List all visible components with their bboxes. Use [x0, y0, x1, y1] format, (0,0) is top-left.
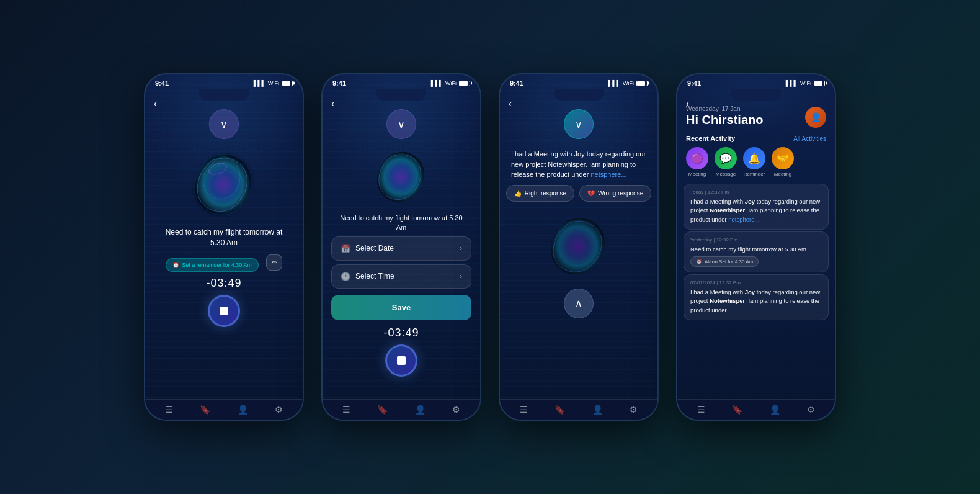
ai-orb-1 — [184, 143, 264, 223]
nav-user-icon-1[interactable]: 👤 — [238, 405, 248, 415]
chevron-down-button-3[interactable]: ∨ — [564, 109, 594, 139]
activity-card-1: Today | 12:32 Pm I had a Meeting with Jo… — [684, 184, 829, 230]
nav-settings-icon-1[interactable]: ⚙ — [275, 405, 283, 415]
activity-icon-meeting-1[interactable]: 🟣 Meeting — [686, 147, 708, 177]
meeting-icon-1: 🟣 — [686, 147, 708, 169]
battery-icon-2 — [459, 81, 470, 86]
activity-text-2: Need to catch my flight tomorrow at 5.30… — [690, 245, 822, 254]
bold-joy-4: Joy — [745, 198, 755, 205]
time-icon: 🕐 — [341, 272, 350, 281]
stop-btn-container-2 — [323, 344, 480, 377]
nav-settings-icon-3[interactable]: ⚙ — [630, 405, 638, 415]
select-date-chevron-icon: › — [460, 244, 462, 253]
signal-icon-4: ▌▌▌ — [786, 80, 798, 86]
battery-icon-1 — [282, 81, 293, 86]
stop-icon-1 — [220, 307, 228, 315]
edit-icon-1: ✏ — [272, 259, 277, 266]
activity-text-1: I had a Meeting with Joy today regarding… — [690, 197, 822, 224]
nav-list-icon-4[interactable]: ☰ — [697, 405, 705, 415]
battery-icon-4 — [814, 81, 825, 86]
thumbs-up-icon: 👍 — [514, 190, 522, 197]
bottom-nav-4: ☰ 🔖 👤 ⚙ — [677, 399, 835, 420]
back-button-2[interactable]: ‹ — [331, 98, 334, 109]
time-2: 9:41 — [332, 79, 346, 87]
activity-text-3: I had a Meeting with Joy today regarding… — [690, 288, 822, 315]
reminder-icon: 🔔 — [743, 147, 765, 169]
wrong-response-button[interactable]: 💔 Wrong response — [579, 185, 651, 202]
chevron-up-icon-3: ∧ — [575, 297, 582, 309]
nav-user-icon-3[interactable]: 👤 — [592, 405, 603, 415]
ai-orb-3 — [541, 208, 616, 282]
select-date-card[interactable]: 📅 Select Date › — [331, 236, 471, 261]
alarm-icon: ⏰ — [696, 259, 702, 264]
nav-list-icon-2[interactable]: ☰ — [342, 405, 350, 415]
dashboard-date: Wednesday, 17 Jan — [686, 106, 826, 112]
status-bar-3: 9:41 ▌▌▌ WiFi — [500, 74, 657, 89]
chevron-down-button-1[interactable]: ∨ — [209, 109, 239, 139]
recent-activity-label: Recent Activity — [686, 135, 735, 142]
meeting-label-1: Meeting — [688, 171, 706, 177]
nav-bookmark-icon-3[interactable]: 🔖 — [555, 405, 565, 415]
status-icons-2: ▌▌▌ WiFi — [431, 80, 470, 86]
select-date-label: Select Date — [355, 244, 394, 253]
edit-button-1[interactable]: ✏ — [266, 254, 282, 271]
bold-joy-5: Joy — [745, 289, 755, 295]
activity-icon-meeting-2[interactable]: 🤝 Meeting — [772, 147, 794, 177]
calendar-icon: 📅 — [341, 244, 350, 253]
bottom-nav-1: ☰ 🔖 👤 ⚙ — [145, 399, 303, 420]
time-1: 9:41 — [155, 79, 169, 87]
activity-icon-message[interactable]: 💬 Message — [715, 147, 737, 177]
wifi-icon-4: WiFi — [800, 80, 811, 86]
select-date-left: 📅 Select Date — [341, 244, 394, 253]
stop-icon-2 — [397, 356, 406, 365]
nav-list-icon-3[interactable]: ☰ — [520, 405, 528, 415]
back-button-3[interactable]: ‹ — [509, 98, 512, 109]
message-label: Message — [716, 171, 736, 177]
avatar: 👤 — [805, 107, 826, 128]
nav-settings-icon-2[interactable]: ⚙ — [452, 405, 460, 415]
nav-bookmark-icon-4[interactable]: 🔖 — [732, 405, 742, 415]
nav-user-icon-4[interactable]: 👤 — [770, 405, 780, 415]
chevron-down-icon-1: ∨ — [220, 119, 228, 130]
select-time-card[interactable]: 🕐 Select Time › — [331, 264, 471, 289]
back-button-1[interactable]: ‹ — [154, 98, 157, 109]
set-reminder-button-1[interactable]: ⏰ Set a remainder for 4.30 Am — [166, 258, 259, 272]
wifi-icon-2: WiFi — [445, 80, 457, 86]
activity-icons-row: 🟣 Meeting 💬 Message 🔔 Reminder 🤝 Meeting — [677, 145, 835, 182]
save-button[interactable]: Save — [331, 295, 471, 320]
nav-list-icon-1[interactable]: ☰ — [165, 405, 173, 415]
notch-2 — [376, 89, 426, 101]
status-icons-1: ▌▌▌ WiFi — [254, 80, 293, 86]
clock-icon-1: ⏰ — [172, 262, 179, 268]
message-icon: 💬 — [715, 147, 737, 169]
select-time-label: Select Time — [355, 272, 394, 281]
chevron-up-button-3[interactable]: ∧ — [564, 289, 594, 318]
right-response-button[interactable]: 👍 Right response — [506, 185, 574, 202]
dashboard-header: Wednesday, 17 Jan Hi Chirstiano 👤 — [677, 101, 835, 131]
signal-icon-2: ▌▌▌ — [431, 80, 443, 86]
activity-icon-reminder[interactable]: 🔔 Reminder — [743, 147, 765, 177]
status-bar-1: 9:41 ▌▌▌ WiFi — [145, 74, 303, 89]
reminder-label: Reminder — [744, 171, 765, 177]
netsphere-link-3: netsphere... — [590, 171, 626, 178]
action-row-1: ⏰ Set a remainder for 4.30 Am ✏ — [145, 253, 303, 272]
stop-button-1[interactable] — [208, 295, 240, 327]
nav-bookmark-icon-2[interactable]: 🔖 — [377, 405, 388, 415]
phone-2: 9:41 ▌▌▌ WiFi ‹ ∨ — [321, 73, 481, 421]
chevron-down-button-2[interactable]: ∨ — [386, 109, 416, 139]
notch-1 — [199, 89, 249, 101]
bottom-nav-3: ☰ 🔖 👤 ⚙ — [500, 399, 657, 420]
nav-bookmark-icon-1[interactable]: 🔖 — [200, 405, 210, 415]
activity-timestamp-1: Today | 12:32 Pm — [690, 189, 822, 195]
signal-icon-1: ▌▌▌ — [254, 80, 265, 86]
timer-2: -03:49 — [323, 326, 480, 339]
nav-user-icon-2[interactable]: 👤 — [415, 405, 425, 415]
activity-timestamp-3: 07/01/2024 | 12:32 Pm — [690, 280, 822, 285]
nav-settings-icon-4[interactable]: ⚙ — [807, 405, 815, 415]
status-icons-4: ▌▌▌ WiFi — [786, 80, 825, 86]
all-activities-link[interactable]: All Activities — [793, 135, 826, 142]
bold-notewhisper-4: Notewhisper — [710, 207, 745, 213]
bottom-nav-2: ☰ 🔖 👤 ⚙ — [323, 399, 480, 420]
ai-response-text-3: I had a Meeting with Joy today regarding… — [500, 149, 657, 180]
stop-button-2[interactable] — [385, 344, 417, 377]
